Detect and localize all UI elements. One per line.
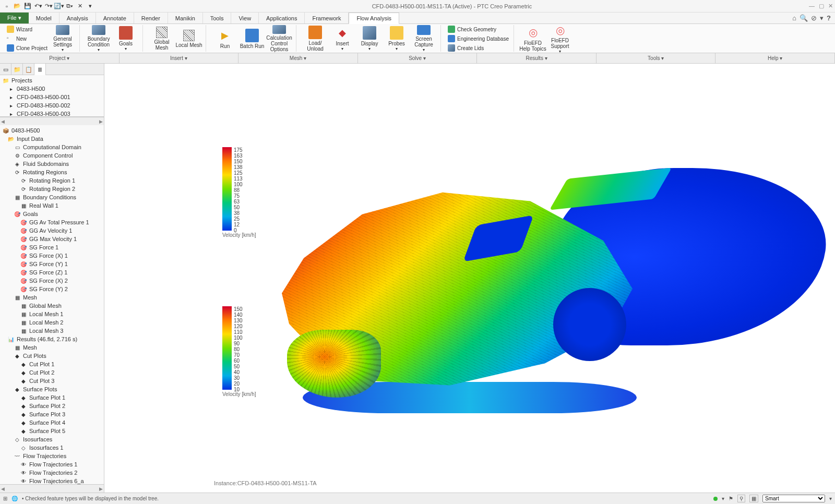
selection-filter-dropdown[interactable]: Smart: [762, 495, 825, 502]
save-icon[interactable]: 💾: [23, 2, 32, 11]
tab-annotate[interactable]: Annotate: [96, 13, 134, 23]
learn-icon[interactable]: ⊘: [811, 14, 817, 22]
project-item[interactable]: ▸CFD-0483-H500-002: [1, 101, 103, 110]
tab-manikin[interactable]: Manikin: [168, 13, 203, 23]
tree-real-wall[interactable]: ▦Real Wall 1: [1, 201, 103, 210]
redo-icon[interactable]: ↷▾: [44, 2, 53, 11]
tab-tools[interactable]: Tools: [203, 13, 232, 23]
tree-global-mesh[interactable]: ▦Global Mesh: [1, 302, 103, 310]
projects-header[interactable]: 📁Projects: [1, 76, 103, 85]
search-icon[interactable]: 🔍: [800, 14, 808, 22]
windows-icon[interactable]: ⧉▾: [65, 2, 74, 11]
tree-isosurface-item[interactable]: ◇Isosurfaces 1: [1, 443, 103, 452]
ribbon-panel-tools[interactable]: Tools ▾: [597, 53, 716, 63]
global-mesh-button[interactable]: Global Mesh: [148, 25, 175, 52]
viewport[interactable]: 175163150138125113100887563503825120 Vel…: [104, 64, 835, 493]
sidebar-tab-4[interactable]: ≣: [34, 64, 46, 75]
tree-rotating-region[interactable]: ⟳Rotating Region 2: [1, 185, 103, 193]
command-search-icon[interactable]: ⌂: [792, 14, 796, 22]
batch-run-button[interactable]: Batch Run: [238, 25, 266, 52]
tree-input-data[interactable]: 📂Input Data: [1, 135, 103, 143]
maximize-icon[interactable]: ▢: [819, 3, 824, 9]
tree-local-mesh[interactable]: ▦Local Mesh 1: [1, 310, 103, 318]
probes-button[interactable]: Probes▾: [383, 25, 410, 52]
file-menu[interactable]: File ▾: [0, 13, 29, 23]
local-mesh-button[interactable]: Local Mesh: [175, 25, 202, 52]
open-icon[interactable]: 📂: [13, 2, 22, 11]
tab-view[interactable]: View: [231, 13, 259, 23]
wizard-button[interactable]: Wizard: [5, 25, 49, 33]
tree-mesh[interactable]: ▦Mesh: [1, 293, 103, 302]
help-icon[interactable]: ?: [827, 14, 831, 22]
tree-local-mesh[interactable]: ▦Local Mesh 3: [1, 327, 103, 335]
regen-icon[interactable]: 🔄▾: [54, 2, 64, 11]
tree-goal-item[interactable]: 🎯SG Force (X) 1: [1, 251, 103, 260]
tree-rotating-regions[interactable]: ⟳Rotating Regions: [1, 168, 103, 176]
tree-comp-control[interactable]: ⚙Component Control: [1, 151, 103, 160]
calc-options-button[interactable]: Calculation Control Options: [266, 25, 293, 52]
tree-goal-item[interactable]: 🎯SG Force (X) 2: [1, 277, 103, 285]
sidebar-tab-3[interactable]: 📋: [23, 64, 34, 75]
minimize-icon[interactable]: —: [809, 3, 815, 9]
tree-flow-trajectories[interactable]: 〰Flow Trajectories: [1, 452, 103, 460]
new-doc-icon[interactable]: ▫: [2, 2, 11, 11]
sidebar-tab-1[interactable]: ▭: [0, 64, 11, 75]
insert-results-button[interactable]: ◆Insert▾: [329, 25, 356, 52]
options-dropdown-icon[interactable]: ▾: [820, 14, 824, 22]
tree-goal-item[interactable]: 🎯SG Force (Z) 1: [1, 268, 103, 277]
tree-surface-plot[interactable]: ◆Surface Plot 2: [1, 402, 103, 410]
tree-flow-traj-item[interactable]: 👁Flow Trajectories 1: [1, 460, 103, 469]
ribbon-panel-help[interactable]: Help ▾: [715, 53, 835, 63]
tree-surface-plot[interactable]: ◆Surface Plot 1: [1, 393, 103, 402]
run-button[interactable]: ▶Run: [211, 25, 238, 52]
tree-results[interactable]: 📊Results (46.fld, 2.716 s): [1, 335, 103, 343]
tree-surface-plots[interactable]: ◆Surface Plots: [1, 385, 103, 393]
tree-surface-plot[interactable]: ◆Surface Plot 4: [1, 418, 103, 427]
filter-menu-icon[interactable]: ▾: [829, 496, 832, 501]
tree-goal-item[interactable]: 🎯SG Force (Y) 1: [1, 260, 103, 268]
general-settings-button[interactable]: General Settings▾: [49, 25, 76, 52]
tree-goal-item[interactable]: 🎯SG Force 1: [1, 243, 103, 251]
ribbon-panel-project[interactable]: Project ▾: [0, 53, 120, 63]
ribbon-panel-insert[interactable]: Insert ▾: [120, 53, 239, 63]
tab-framework[interactable]: Framework: [305, 13, 349, 23]
status-dropdown-1[interactable]: ▾: [722, 496, 724, 501]
qat-dropdown-icon[interactable]: ▾: [86, 2, 95, 11]
status-icon-2[interactable]: 🌐: [11, 496, 18, 501]
tree-boundary-conditions[interactable]: ▦Boundary Conditions: [1, 193, 103, 201]
undo-icon[interactable]: ↶▾: [33, 2, 43, 11]
tree-cut-plots[interactable]: ◆Cut Plots: [1, 352, 103, 360]
ribbon-panel-solve[interactable]: Solve ▾: [358, 53, 478, 63]
tab-applications[interactable]: Applications: [259, 13, 305, 23]
tree-surface-plot[interactable]: ◆Surface Plot 5: [1, 427, 103, 435]
close-win-icon[interactable]: ✕: [75, 2, 85, 11]
tree-cut-plot[interactable]: ◆Cut Plot 3: [1, 377, 103, 385]
project-item[interactable]: ▸0483-H500: [1, 85, 103, 93]
tree-scrollbar[interactable]: ◀▶: [0, 484, 104, 493]
status-icon-1[interactable]: ⊞: [3, 496, 7, 501]
tree-cut-plot[interactable]: ◆Cut Plot 2: [1, 368, 103, 377]
project-item[interactable]: ▸CFD-0483-H500-003: [1, 110, 103, 117]
flag-icon[interactable]: ⚑: [729, 496, 733, 501]
create-lids-button[interactable]: Create Lids: [446, 44, 510, 52]
tree-local-mesh[interactable]: ▦Local Mesh 2: [1, 318, 103, 327]
project-item[interactable]: ▸CFD-0483-H500-001: [1, 93, 103, 101]
ribbon-panel-results[interactable]: Results ▾: [477, 53, 597, 63]
tree-fluid-subdomains[interactable]: ◈Fluid Subdomains: [1, 160, 103, 168]
tree-results-mesh[interactable]: ▦Mesh: [1, 343, 103, 352]
tab-analysis[interactable]: Analysis: [59, 13, 96, 23]
goals-button[interactable]: Goals▾: [112, 25, 139, 52]
tree-goal-item[interactable]: 🎯GG Av Velocity 1: [1, 226, 103, 235]
tree-flow-traj-item[interactable]: 👁Flow Trajectories 6_a: [1, 477, 103, 484]
tree-comp-domain[interactable]: ▭Computational Domain: [1, 143, 103, 151]
tree-goals[interactable]: 🎯Goals: [1, 210, 103, 218]
new-button[interactable]: ▫New: [5, 34, 49, 43]
support-button[interactable]: ◎FloEFD Support▾: [546, 25, 574, 52]
help-topics-button[interactable]: ◎FloEFD Help Topics: [519, 25, 546, 52]
tree-flow-traj-item[interactable]: 👁Flow Trajectories 2: [1, 469, 103, 477]
display-button[interactable]: Display▾: [356, 25, 383, 52]
boundary-condition-button[interactable]: Boundary Condition▾: [85, 25, 112, 52]
tree-root[interactable]: 📦0483-H500: [1, 126, 103, 135]
engineering-db-button[interactable]: Engineering Database: [446, 34, 510, 43]
filter-icon[interactable]: ▦: [749, 495, 758, 502]
